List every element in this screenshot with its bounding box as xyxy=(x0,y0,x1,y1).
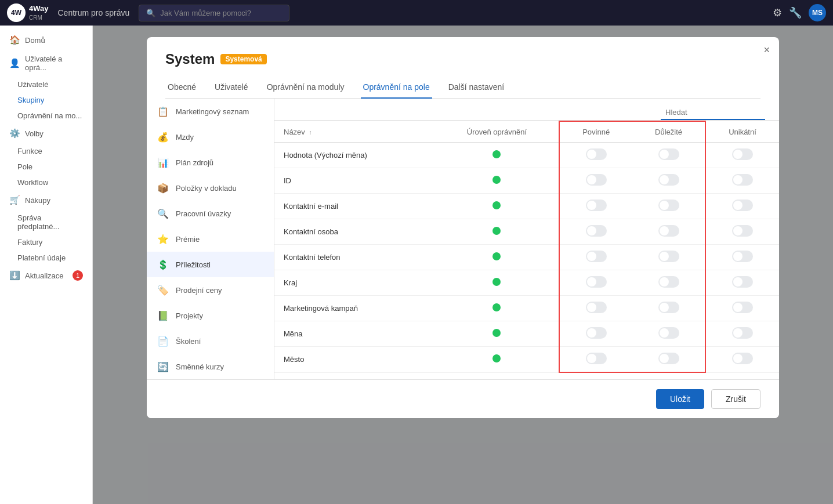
tab-opravneni-pole[interactable]: Oprávnění na pole xyxy=(361,77,432,99)
sidebar-sub-uzivatele[interactable]: Uživatelé xyxy=(0,77,92,92)
sidebar-sub-skupiny[interactable]: Skupiny xyxy=(0,92,92,108)
dulezite-toggle-wrap[interactable] xyxy=(658,174,679,186)
dulezite-toggle[interactable] xyxy=(658,327,679,339)
povinne-toggle[interactable] xyxy=(586,225,607,237)
povinne-toggle[interactable] xyxy=(586,276,607,288)
sidebar-item-nakupy[interactable]: 🛒 Nákupy xyxy=(0,190,92,210)
field-povinne[interactable] xyxy=(559,296,632,321)
unikatni-toggle[interactable] xyxy=(732,148,753,160)
sidebar-sub-platebni-udaje[interactable]: Platební údaje xyxy=(0,250,92,266)
module-item-prodejni-ceny[interactable]: 🏷️ Prodejní ceny xyxy=(147,277,274,303)
unikatni-toggle[interactable] xyxy=(732,276,753,288)
module-item-smenne-kurzy[interactable]: 🔄 Směnné kurzy xyxy=(147,354,274,379)
field-unikatni[interactable] xyxy=(705,143,779,168)
unikatni-toggle[interactable] xyxy=(732,302,753,313)
sidebar-item-uzivatele-opravneni[interactable]: 👤 Uživatelé a oprá... xyxy=(0,50,92,77)
module-item-polozky-v-dokladu[interactable]: 📦 Položky v dokladu xyxy=(147,175,274,201)
dulezite-toggle[interactable] xyxy=(658,302,679,313)
povinne-toggle-wrap[interactable] xyxy=(586,200,607,211)
unikatni-toggle-wrap[interactable] xyxy=(732,276,753,288)
dulezite-toggle[interactable] xyxy=(658,174,679,186)
tab-obecne[interactable]: Obecné xyxy=(165,77,198,99)
cancel-button[interactable]: Zrušit xyxy=(711,389,760,409)
modal-close-button[interactable]: × xyxy=(763,44,770,56)
dulezite-toggle[interactable] xyxy=(658,353,679,364)
povinne-toggle-wrap[interactable] xyxy=(586,174,607,186)
tab-opravneni-moduly[interactable]: Oprávnění na moduly xyxy=(265,77,347,99)
field-dulezite[interactable] xyxy=(632,347,705,373)
dulezite-toggle[interactable] xyxy=(658,225,679,237)
gear-icon[interactable]: 🔧 xyxy=(789,6,802,19)
settings-icon[interactable]: ⚙ xyxy=(773,6,782,19)
dulezite-toggle[interactable] xyxy=(658,251,679,262)
module-item-plan-zdroju[interactable]: 📊 Plán zdrojů xyxy=(147,150,274,175)
povinne-toggle-wrap[interactable] xyxy=(586,225,607,237)
field-unikatni[interactable] xyxy=(705,321,779,347)
field-unikatni[interactable] xyxy=(705,194,779,219)
dulezite-toggle-wrap[interactable] xyxy=(658,276,679,288)
field-dulezite[interactable] xyxy=(632,296,705,321)
sidebar-item-domu[interactable]: 🏠 Domů xyxy=(0,30,92,50)
field-povinne[interactable] xyxy=(559,168,632,194)
unikatni-toggle[interactable] xyxy=(732,251,753,262)
field-povinne[interactable] xyxy=(559,143,632,168)
field-povinne[interactable] xyxy=(559,321,632,347)
dulezite-toggle-wrap[interactable] xyxy=(658,327,679,339)
povinne-toggle-wrap[interactable] xyxy=(586,327,607,339)
sidebar-sub-opravneni-mo[interactable]: Oprávnění na mo... xyxy=(0,108,92,124)
sidebar-sub-sprava-predplatneho[interactable]: Správa předplatné... xyxy=(0,210,92,234)
module-item-projekty[interactable]: 📗 Projekty xyxy=(147,303,274,328)
field-dulezite[interactable] xyxy=(632,245,705,270)
module-item-premie[interactable]: ⭐ Prémie xyxy=(147,226,274,252)
field-search-input[interactable] xyxy=(661,106,765,120)
povinne-toggle[interactable] xyxy=(586,353,607,364)
povinne-toggle[interactable] xyxy=(586,302,607,313)
sidebar-sub-pole[interactable]: Pole xyxy=(0,159,92,175)
field-dulezite[interactable] xyxy=(632,143,705,168)
field-unikatni[interactable] xyxy=(705,219,779,245)
field-unikatni[interactable] xyxy=(705,168,779,194)
dulezite-toggle-wrap[interactable] xyxy=(658,302,679,313)
povinne-toggle[interactable] xyxy=(586,200,607,211)
sidebar-sub-faktury[interactable]: Faktury xyxy=(0,234,92,250)
module-item-mzdy[interactable]: 💰 Mzdy xyxy=(147,124,274,150)
dulezite-toggle-wrap[interactable] xyxy=(658,200,679,211)
field-povinne[interactable] xyxy=(559,347,632,373)
povinne-toggle[interactable] xyxy=(586,148,607,160)
unikatni-toggle[interactable] xyxy=(732,225,753,237)
sidebar-item-volby[interactable]: ⚙️ Volby xyxy=(0,124,92,143)
module-item-prilezitosti[interactable]: 💲 Příležitosti xyxy=(147,252,274,277)
povinne-toggle[interactable] xyxy=(586,251,607,262)
field-povinne[interactable] xyxy=(559,194,632,219)
field-povinne[interactable] xyxy=(559,245,632,270)
unikatni-toggle[interactable] xyxy=(732,327,753,339)
dulezite-toggle[interactable] xyxy=(658,200,679,211)
module-item-marketingovy-seznam[interactable]: 📋 Marketingový seznam xyxy=(147,99,274,124)
unikatni-toggle-wrap[interactable] xyxy=(732,302,753,313)
unikatni-toggle-wrap[interactable] xyxy=(732,353,753,364)
sidebar-item-aktualizace[interactable]: ⬇️ Aktualizace 1 xyxy=(0,266,92,285)
field-unikatni[interactable] xyxy=(705,296,779,321)
unikatni-toggle-wrap[interactable] xyxy=(732,174,753,186)
povinne-toggle[interactable] xyxy=(586,327,607,339)
tab-dalsi-nastaveni[interactable]: Další nastavení xyxy=(446,77,507,99)
povinne-toggle[interactable] xyxy=(586,174,607,186)
module-item-pracovni-uvazky[interactable]: 🔍 Pracovní úvazky xyxy=(147,201,274,226)
field-povinne[interactable] xyxy=(559,270,632,296)
dulezite-toggle-wrap[interactable] xyxy=(658,225,679,237)
povinne-toggle-wrap[interactable] xyxy=(586,353,607,364)
tab-uzivatele[interactable]: Uživatelé xyxy=(212,77,251,99)
povinne-toggle-wrap[interactable] xyxy=(586,251,607,262)
field-dulezite[interactable] xyxy=(632,194,705,219)
sidebar-sub-funkce[interactable]: Funkce xyxy=(0,143,92,159)
field-dulezite[interactable] xyxy=(632,219,705,245)
save-button[interactable]: Uložit xyxy=(656,389,704,409)
field-dulezite[interactable] xyxy=(632,168,705,194)
module-item-skoleni[interactable]: 📄 Školení xyxy=(147,328,274,354)
field-dulezite[interactable] xyxy=(632,321,705,347)
povinne-toggle-wrap[interactable] xyxy=(586,276,607,288)
unikatni-toggle-wrap[interactable] xyxy=(732,251,753,262)
unikatni-toggle[interactable] xyxy=(732,174,753,186)
povinne-toggle-wrap[interactable] xyxy=(586,148,607,160)
povinne-toggle-wrap[interactable] xyxy=(586,302,607,313)
